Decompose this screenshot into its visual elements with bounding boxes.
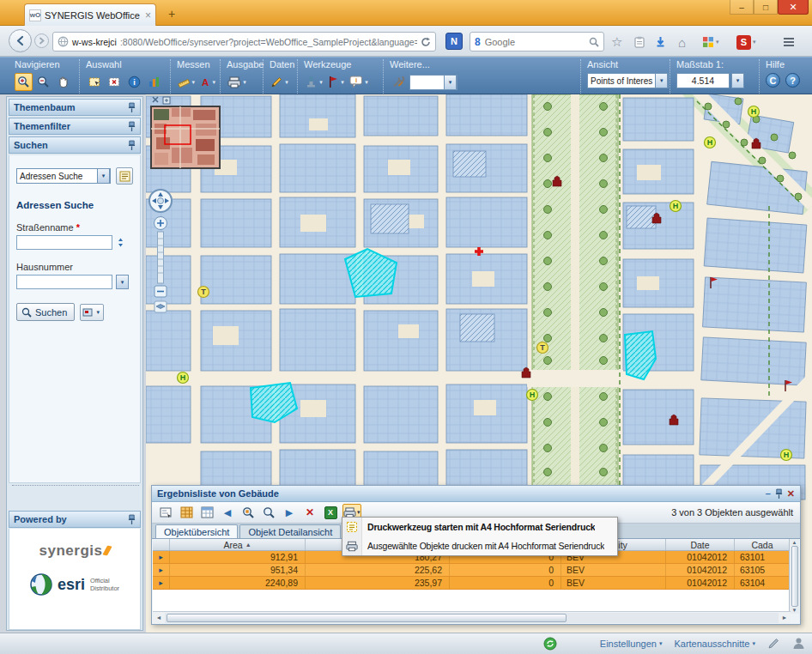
kartenausschnitte-menu[interactable]: Kartenausschnitte▾ xyxy=(674,639,755,649)
back-button[interactable] xyxy=(9,29,32,52)
horizontal-scrollbar[interactable]: ◄ ► xyxy=(153,611,791,623)
results-close-icon[interactable]: ✕ xyxy=(787,489,795,499)
row-marker-icon: ▸ xyxy=(159,578,163,587)
bookmarks-list-button[interactable] xyxy=(633,33,645,51)
clear-selection-tool[interactable] xyxy=(106,73,124,91)
help-icon[interactable]: ? xyxy=(785,73,800,88)
select-remove-icon xyxy=(108,76,121,88)
tools-tool[interactable] xyxy=(390,73,408,91)
vertical-scrollbar[interactable]: ▲ ▼ xyxy=(789,539,799,614)
result-list-button[interactable] xyxy=(157,504,174,521)
attribute-table-button[interactable] xyxy=(178,504,195,521)
bookmark-star-button[interactable]: ☆ xyxy=(611,33,622,51)
results-title: Ergebnisliste von Gebäude xyxy=(157,488,761,499)
pan-tool[interactable] xyxy=(54,73,72,91)
search-submit-button[interactable]: Suchen xyxy=(16,303,75,321)
addon-palette-button[interactable]: ▾ xyxy=(702,33,719,51)
pin-icon[interactable] xyxy=(128,121,136,132)
window-close-button[interactable]: ✕ xyxy=(778,0,809,15)
results-minimize-icon[interactable]: – xyxy=(766,489,771,499)
pin-icon[interactable] xyxy=(128,102,136,113)
sort-arrows-icon[interactable] xyxy=(116,237,125,248)
edit-data-tool[interactable]: ▾ xyxy=(270,73,291,91)
redlining-tool[interactable]: ▾ xyxy=(327,73,347,91)
tab-objektuebersicht[interactable]: Objektübersicht xyxy=(155,524,238,538)
remove-results-button[interactable]: ✕ xyxy=(301,504,318,521)
measure-area-tool[interactable]: A ▾ xyxy=(199,73,218,91)
panel-powered-by[interactable]: Powered by xyxy=(9,511,141,528)
search-type-select[interactable]: Adressen Suche ▾ xyxy=(16,168,111,184)
house-label: Hausnummer xyxy=(16,262,133,272)
svg-text:T: T xyxy=(201,288,206,296)
home-button[interactable]: ⌂ xyxy=(678,33,686,51)
search-input[interactable] xyxy=(485,37,585,47)
overview-map[interactable] xyxy=(151,97,220,168)
table-row[interactable]: ▸ 951,34 225,62 0 BEV 01042012 63105 xyxy=(153,564,791,577)
svg-text:H: H xyxy=(784,451,790,459)
zoom-to-all-button[interactable] xyxy=(260,504,277,521)
toolbar-group-navigieren: Navigieren xyxy=(9,59,77,94)
pin-icon[interactable] xyxy=(128,514,136,525)
svg-text:H: H xyxy=(180,373,186,382)
menu-button[interactable] xyxy=(783,33,795,51)
session-info-icon[interactable]: C xyxy=(766,73,780,88)
panel-themenbaum[interactable]: Themenbaum xyxy=(9,99,141,116)
panel-suchen[interactable]: Suchen xyxy=(9,136,141,154)
chart-icon xyxy=(148,76,161,88)
zoom-out-tool[interactable] xyxy=(34,73,52,91)
url-bar[interactable]: w-ws-krejci:8080/WebOffice/synserver?pro… xyxy=(52,32,436,51)
user-icon[interactable] xyxy=(792,637,805,650)
pin-icon[interactable] xyxy=(128,140,136,151)
identify-tool[interactable]: i xyxy=(125,73,143,91)
extension-n-icon[interactable]: N xyxy=(445,33,463,50)
search-options-button[interactable]: ▾ xyxy=(80,304,104,321)
street-input[interactable] xyxy=(16,235,112,250)
measure-distance-tool[interactable]: ▾ xyxy=(177,73,197,91)
einstellungen-menu[interactable]: Einstellungen▾ xyxy=(600,639,663,649)
search-box[interactable]: 8 xyxy=(470,32,604,51)
window-maximize-button[interactable]: □ xyxy=(754,0,778,15)
maptip-tool[interactable]: i ▾ xyxy=(348,73,371,91)
house-dropdown-button[interactable]: ▾ xyxy=(116,275,129,289)
panel-themenfilter[interactable]: Themenfilter xyxy=(9,118,141,135)
window-minimize-button[interactable]: – xyxy=(730,0,754,15)
edit-pen-icon[interactable] xyxy=(767,637,780,650)
scale-input[interactable] xyxy=(676,73,730,88)
zoom-to-selected-button[interactable] xyxy=(239,504,257,521)
results-header[interactable]: Ergebnisliste von Gebäude – ✕ xyxy=(152,486,800,502)
session-status-icon[interactable] xyxy=(543,637,557,651)
pin-icon[interactable] xyxy=(775,488,783,500)
statistics-tool[interactable] xyxy=(145,73,163,91)
downloads-button[interactable] xyxy=(655,33,666,51)
menu-item-print-tool[interactable]: Druckwerkzeug starten mit A4 Hochformat … xyxy=(342,518,617,536)
extension-s-button[interactable]: S ▾ xyxy=(736,33,756,51)
weitere-select[interactable]: ▾ xyxy=(409,75,458,90)
menu-item-print-selected[interactable]: Ausgewählte Objekte drucken mit A4 Hochf… xyxy=(342,536,617,555)
stamp-icon xyxy=(305,76,318,88)
next-object-button[interactable]: ▶ xyxy=(281,504,298,521)
zoom-out-icon xyxy=(37,76,50,88)
select-rectangle-tool[interactable] xyxy=(86,73,104,91)
table-row[interactable]: ▸ 2240,89 235,97 0 BEV 01042012 63104 xyxy=(153,577,791,590)
ansicht-select[interactable]: Points of Interes ▾ xyxy=(587,73,669,88)
search-engine-icon[interactable]: 8 xyxy=(475,36,481,48)
search-form-button[interactable] xyxy=(116,167,133,185)
tab-close-icon[interactable]: × xyxy=(145,10,151,21)
zoom-in-tool[interactable] xyxy=(15,73,33,91)
new-tab-button[interactable]: + xyxy=(161,7,182,21)
tab-objekt-detailansicht[interactable]: Objekt Detailansicht xyxy=(239,524,341,538)
house-input[interactable] xyxy=(16,275,112,289)
toolbar-group-auswahl: Auswahl i xyxy=(79,59,168,94)
stamp-tool[interactable]: ▾ xyxy=(304,73,325,91)
overview-expand-icon xyxy=(163,97,170,104)
search-icon[interactable] xyxy=(589,37,599,47)
table-view-button[interactable] xyxy=(198,504,215,521)
previous-object-button[interactable]: ◀ xyxy=(219,504,236,521)
excel-export-button[interactable]: X xyxy=(322,504,339,521)
app-toolbar: Navigieren Auswahl i xyxy=(0,57,812,94)
print-tool[interactable]: ▾ xyxy=(227,73,249,91)
forward-button[interactable] xyxy=(34,33,49,48)
browser-tab[interactable]: wO SYNERGIS WebOffice Web... × xyxy=(24,3,156,26)
reload-icon[interactable] xyxy=(421,37,431,47)
scale-dropdown-button[interactable]: ▾ xyxy=(731,73,744,88)
